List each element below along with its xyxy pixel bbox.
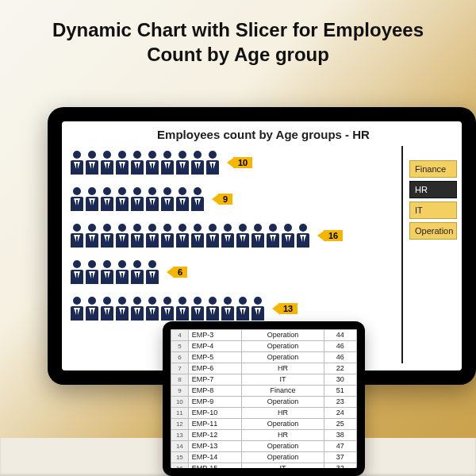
- person-icon: [100, 224, 114, 248]
- cell-department[interactable]: Operation: [242, 397, 324, 408]
- person-icon: [130, 187, 144, 211]
- employee-table: 4EMP-3Operation445EMP-4Operation466EMP-5…: [171, 329, 357, 468]
- row-number: 6: [171, 352, 189, 363]
- cell-emp-id[interactable]: EMP-7: [188, 374, 241, 386]
- bar-value-tag: 9: [212, 194, 232, 205]
- person-icon: [130, 297, 144, 321]
- cell-age[interactable]: 37: [324, 452, 356, 463]
- person-icon: [100, 260, 114, 284]
- person-icon: [85, 224, 99, 248]
- cell-age[interactable]: 24: [324, 408, 356, 419]
- cell-department[interactable]: Operation: [242, 352, 324, 363]
- cell-department[interactable]: IT: [242, 374, 324, 386]
- page-title: Dynamic Chart with Slicer for Employees …: [0, 0, 476, 75]
- bar-value-tag: 10: [227, 157, 252, 168]
- cell-department[interactable]: HR: [242, 363, 324, 374]
- cell-age[interactable]: 25: [324, 419, 356, 430]
- person-icon: [190, 151, 205, 175]
- cell-emp-id[interactable]: EMP-9: [188, 397, 241, 408]
- cell-age[interactable]: 23: [324, 397, 356, 408]
- cell-age[interactable]: 30: [324, 374, 356, 386]
- cell-age[interactable]: 22: [324, 363, 356, 374]
- cell-department[interactable]: Finance: [242, 386, 324, 397]
- cell-emp-id[interactable]: EMP-4: [188, 341, 241, 352]
- cell-emp-id[interactable]: EMP-5: [188, 352, 241, 363]
- table-row[interactable]: 4EMP-3Operation44: [171, 330, 357, 341]
- person-icon: [85, 151, 99, 175]
- slicer-item-hr[interactable]: HR: [409, 181, 457, 198]
- person-icon: [85, 297, 99, 321]
- cell-age[interactable]: 51: [324, 386, 356, 397]
- table-row[interactable]: 14EMP-13Operation47: [171, 441, 357, 452]
- table-row[interactable]: 8EMP-7IT30: [171, 374, 357, 386]
- person-icon: [70, 187, 84, 211]
- person-icon: [100, 297, 114, 321]
- table-row[interactable]: 7EMP-6HR22: [171, 363, 357, 374]
- cell-age[interactable]: 32: [324, 463, 356, 469]
- bar-value-tag: 16: [317, 230, 343, 241]
- row-number: 16: [171, 463, 189, 469]
- table-row[interactable]: 15EMP-14Operation37: [171, 452, 357, 463]
- bar-icons: [70, 224, 310, 248]
- cell-emp-id[interactable]: EMP-8: [188, 386, 241, 397]
- person-icon: [251, 224, 265, 248]
- row-number: 10: [171, 397, 189, 408]
- person-icon: [160, 151, 175, 175]
- cell-department[interactable]: Operation: [242, 419, 324, 430]
- cell-department[interactable]: HR: [242, 408, 324, 419]
- cell-department[interactable]: Operation: [242, 330, 324, 341]
- person-icon: [205, 224, 220, 248]
- cell-department[interactable]: Operation: [242, 452, 324, 463]
- table-row[interactable]: 6EMP-5Operation46: [171, 352, 357, 363]
- cell-age[interactable]: 47: [324, 441, 356, 452]
- cell-emp-id[interactable]: EMP-14: [188, 452, 241, 463]
- table-row[interactable]: 12EMP-11Operation25: [171, 419, 357, 430]
- person-icon: [190, 224, 205, 248]
- cell-department[interactable]: Operation: [242, 441, 324, 452]
- cell-age[interactable]: 44: [324, 330, 356, 341]
- table-row[interactable]: 9EMP-8Finance51: [171, 386, 357, 397]
- person-icon: [205, 151, 220, 175]
- cell-department[interactable]: HR: [242, 430, 324, 441]
- table-row[interactable]: 10EMP-9Operation23: [171, 397, 357, 408]
- table-row[interactable]: 5EMP-4Operation46: [171, 341, 357, 352]
- cell-department[interactable]: Operation: [242, 341, 324, 352]
- slicer-item-it[interactable]: IT: [409, 202, 457, 219]
- cell-age[interactable]: 38: [324, 430, 356, 441]
- chart-bar-row: 9: [70, 186, 395, 213]
- person-icon: [145, 297, 159, 321]
- person-icon: [85, 260, 99, 284]
- person-icon: [221, 224, 235, 248]
- slicer-item-finance[interactable]: Finance: [409, 160, 457, 178]
- bar-icons: [70, 297, 265, 321]
- chart-bar-row: 6: [70, 259, 395, 286]
- person-icon: [70, 224, 84, 248]
- bar-value: 6: [173, 267, 187, 278]
- cell-emp-id[interactable]: EMP-15: [188, 463, 241, 469]
- row-number: 12: [171, 419, 189, 430]
- row-number: 11: [171, 408, 189, 419]
- cell-department[interactable]: IT: [242, 463, 324, 469]
- person-icon: [160, 187, 175, 211]
- cell-emp-id[interactable]: EMP-11: [188, 419, 241, 430]
- vertical-divider: [401, 146, 403, 363]
- table-row[interactable]: 13EMP-12HR38: [171, 430, 357, 441]
- person-icon: [100, 151, 114, 175]
- bar-icons: [70, 187, 205, 211]
- row-number: 8: [171, 374, 189, 386]
- person-icon: [175, 224, 190, 248]
- table-row[interactable]: 16EMP-15IT32: [171, 463, 357, 469]
- chart-title: Employees count by Age groups - HR: [70, 128, 457, 141]
- bar-value: 16: [324, 230, 343, 241]
- cell-emp-id[interactable]: EMP-3: [188, 330, 241, 341]
- table-row[interactable]: 11EMP-10HR24: [171, 408, 357, 419]
- cell-emp-id[interactable]: EMP-6: [188, 363, 241, 374]
- slicer-item-operation[interactable]: Operation: [409, 222, 457, 240]
- cell-age[interactable]: 46: [324, 341, 356, 352]
- cell-emp-id[interactable]: EMP-12: [188, 430, 241, 441]
- cell-age[interactable]: 46: [324, 352, 356, 363]
- cell-emp-id[interactable]: EMP-13: [188, 441, 241, 452]
- tablet-mockup: 4EMP-3Operation445EMP-4Operation466EMP-5…: [163, 321, 365, 476]
- cell-emp-id[interactable]: EMP-10: [188, 408, 241, 419]
- person-icon: [221, 297, 235, 321]
